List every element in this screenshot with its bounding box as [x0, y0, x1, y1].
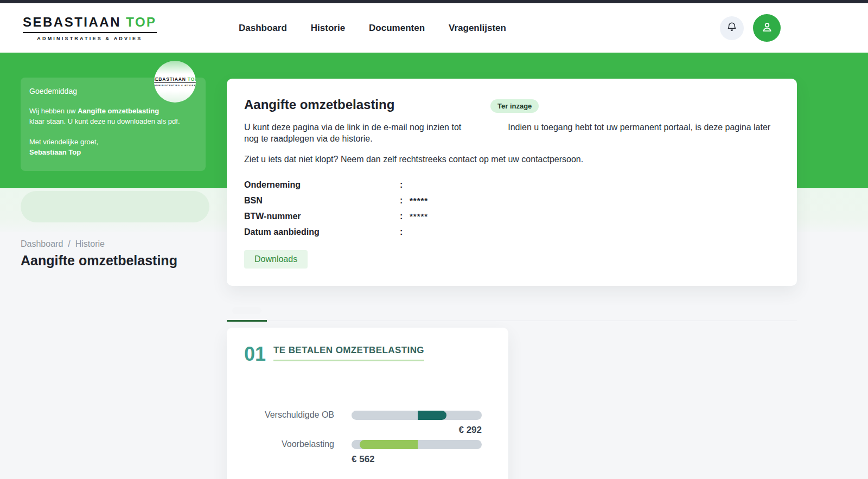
chart-card: 01 TE BETALEN OMZETBELASTING Verschuldig…: [227, 328, 508, 479]
value-row-voorbelasting: € 562: [244, 449, 491, 465]
chart-section-header: 01 TE BETALEN OMZETBELASTING: [244, 344, 491, 365]
bar-label-voorbelasting: Voorbelasting: [244, 439, 334, 449]
redacted-date: [463, 125, 506, 130]
notifications-button[interactable]: [720, 16, 744, 40]
downloads-button[interactable]: Downloads: [244, 250, 308, 269]
bar-row-voorbelasting: Voorbelasting: [244, 439, 491, 449]
breadcrumb-item-dashboard[interactable]: Dashboard: [21, 239, 63, 249]
bar-chart: Verschuldigde OB € 292 Voorbelasting € 5…: [244, 410, 491, 465]
bar-track-voorbelasting: [352, 440, 482, 449]
brand-logo-badge: SEBASTIAAN TOP ADMINISTRATIES & ADVIES: [154, 61, 196, 103]
mini-logo-tagline: ADMINISTRATIES & ADVIES: [154, 84, 196, 87]
field-row-datum-aanbieding: Datum aanbieding :: [244, 224, 780, 240]
section-title-underline: TE BETALEN OMZETBELASTING: [273, 345, 424, 361]
field-row-btw-nummer: BTW-nummer : *****: [244, 208, 780, 224]
greeting-message-highlight: Aangifte omzetbelasting: [78, 107, 159, 115]
field-label-datum-aanbieding: Datum aanbieding: [244, 227, 400, 237]
nav-item-documenten[interactable]: Documenten: [369, 23, 425, 34]
contact-paragraph: Ziet u iets dat niet klopt? Neem dan zel…: [244, 154, 780, 165]
section-number: 01: [244, 344, 266, 365]
nav-item-dashboard[interactable]: Dashboard: [239, 23, 287, 34]
bar-value-voorbelasting: € 562: [352, 454, 482, 465]
redacted-tab-label: [232, 307, 261, 314]
account-button[interactable]: [753, 14, 781, 42]
greeting-signoff: Met vriendelijke groet, Sebastiaan Top: [29, 137, 197, 157]
value-row-verschuldigde-ob: € 292: [244, 420, 491, 439]
portal-page: SEBASTIAAN TOP ADMINISTRATIES & ADVIES D…: [0, 0, 868, 479]
greeting-message-prefix: Wij hebben uw: [29, 107, 78, 115]
breadcrumb: Dashboard / Historie: [21, 239, 105, 249]
field-colon: :: [400, 212, 410, 221]
logo-primary-text: SEBASTIAAN: [23, 15, 126, 29]
intro-before-date: U kunt deze pagina via de link in de e-m…: [244, 123, 461, 132]
brand-logo[interactable]: SEBASTIAAN TOP ADMINISTRATIES & ADVIES: [23, 15, 157, 41]
main-nav: Dashboard Historie Documenten Vragenlijs…: [239, 3, 506, 53]
breadcrumb-separator: /: [68, 239, 70, 249]
field-row-onderneming: Onderneming :: [244, 177, 780, 193]
field-colon: :: [400, 196, 410, 206]
header-actions: [720, 3, 781, 53]
bar-value-verschuldigde-ob: € 292: [352, 425, 482, 436]
detail-fields: Onderneming : BSN : ***** BTW-nummer : *…: [244, 177, 780, 240]
bar-row-verschuldigde-ob: Verschuldigde OB: [244, 410, 491, 420]
redacted-control-pill[interactable]: [21, 191, 209, 222]
logo-tagline: ADMINISTRATIES & ADVIES: [23, 36, 157, 41]
greeting-message: Wij hebben uw Aangifte omzetbelasting kl…: [29, 106, 197, 126]
bar-segment-verschuldigde-ob: [418, 411, 446, 420]
active-tab[interactable]: [227, 302, 267, 322]
field-value-bsn: *****: [410, 196, 780, 205]
bar-track-verschuldigde-ob: [352, 411, 482, 420]
field-colon: :: [400, 227, 410, 237]
greeting-message-line2: klaar staan. U kunt deze nu downloaden a…: [29, 117, 180, 125]
breadcrumb-item-historie[interactable]: Historie: [75, 239, 105, 249]
signoff-line2: Sebastiaan Top: [29, 148, 81, 156]
section-title: TE BETALEN OMZETBELASTING: [273, 345, 424, 355]
user-icon: [760, 20, 774, 36]
header: SEBASTIAAN TOP ADMINISTRATIES & ADVIES D…: [0, 3, 868, 53]
bar-segment-voorbelasting: [360, 440, 418, 449]
field-label-onderneming: Onderneming: [244, 180, 400, 190]
nav-item-historie[interactable]: Historie: [311, 23, 345, 34]
tabs-row: [227, 302, 797, 321]
bar-label-verschuldigde-ob: Verschuldigde OB: [244, 410, 334, 420]
intro-paragraph: U kunt deze pagina via de link in de e-m…: [244, 122, 780, 144]
field-colon: :: [400, 180, 410, 190]
brand-logo-wordmark: SEBASTIAAN TOP: [23, 15, 157, 33]
field-label-btw-nummer: BTW-nummer: [244, 212, 400, 221]
logo-accent-text: TOP: [126, 15, 156, 29]
mini-logo-primary: SEBASTIAAN: [154, 76, 188, 82]
mini-logo-accent: TOP: [188, 76, 196, 82]
field-value-btw-nummer: *****: [410, 212, 780, 221]
bell-icon: [726, 21, 738, 35]
detail-card-title: Aangifte omzetbelasting: [244, 97, 394, 112]
status-badge: Ter inzage: [490, 99, 539, 113]
signoff-line1: Met vriendelijke groet,: [29, 138, 98, 146]
page-title: Aangifte omzetbelasting: [21, 253, 177, 269]
detail-card: Aangifte omzetbelasting Ter inzage U kun…: [227, 79, 797, 286]
field-row-bsn: BSN : *****: [244, 193, 780, 208]
nav-item-vragenlijsten[interactable]: Vragenlijsten: [449, 23, 506, 34]
mini-logo-wordmark: SEBASTIAAN TOP: [154, 76, 196, 83]
field-label-bsn: BSN: [244, 196, 400, 206]
